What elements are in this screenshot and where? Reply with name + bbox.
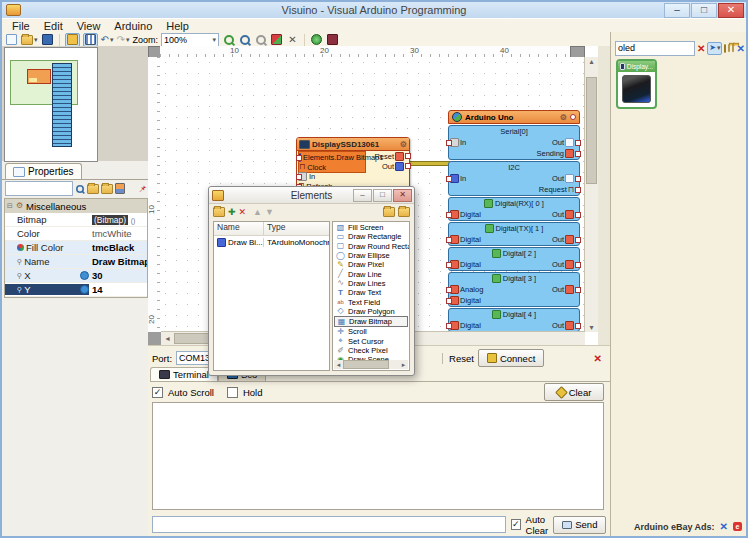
pin-label[interactable]: Analog — [460, 285, 483, 294]
pin[interactable] — [446, 262, 452, 268]
pin[interactable] — [405, 163, 411, 169]
disconnect-wrench-icon[interactable]: ✕ — [594, 353, 602, 364]
out-pin-row[interactable]: Out — [382, 161, 411, 171]
pin-icon[interactable]: 📌︎ — [138, 184, 147, 194]
arduino-header[interactable]: Arduino Uno ⚙ — [448, 110, 580, 124]
collapse-folder-icon[interactable] — [733, 44, 735, 53]
property-row-fill-color[interactable]: Fill Color tmcBlack — [5, 241, 147, 255]
pin-label[interactable]: Sending — [536, 149, 564, 158]
arduino-component[interactable]: Arduino Uno ⚙ Serial[0] In Out Sending I… — [448, 110, 580, 332]
pin-label[interactable]: In — [460, 138, 466, 147]
connect-button[interactable]: Connect — [478, 349, 544, 367]
column-type[interactable]: Type — [264, 222, 329, 235]
scroll-down-arrow[interactable]: ▾ — [585, 323, 598, 332]
zoom-in-button[interactable] — [222, 34, 235, 46]
arduino-section-digital-tx1[interactable]: Digital(TX)[ 1 ] Digital Out — [448, 222, 580, 246]
expand-all-icon[interactable] — [87, 184, 99, 194]
scroll-left-arrow[interactable]: ◂ — [161, 334, 174, 343]
pin[interactable] — [570, 114, 576, 120]
package-button[interactable] — [326, 34, 339, 46]
terminal-output[interactable] — [152, 402, 604, 510]
pin-label[interactable]: Digital — [460, 210, 481, 219]
pin[interactable] — [296, 174, 302, 180]
arduino-section-i2c[interactable]: I2C In Out Request⊓ — [448, 161, 580, 196]
pin-label[interactable]: Request — [539, 185, 567, 194]
zoom-reset-button[interactable] — [254, 34, 267, 46]
palette-item-draw-line[interactable]: ╱Draw Line — [334, 269, 408, 278]
pin-label[interactable]: Digital — [460, 260, 481, 269]
collapse-categories-icon[interactable] — [398, 207, 410, 217]
pin[interactable] — [446, 140, 452, 146]
palette-item-draw-polygon[interactable]: ◇Draw Polygon — [334, 307, 408, 316]
pin-label[interactable]: Out — [552, 138, 564, 147]
arduino-section-serial[interactable]: Serial[0] In Out Sending — [448, 125, 580, 160]
clear-button[interactable]: Clear — [544, 383, 604, 401]
maximize-button[interactable]: □ — [691, 3, 717, 18]
menu-file[interactable]: File — [6, 20, 36, 32]
tab-properties[interactable]: Properties — [5, 163, 82, 179]
element-list-row[interactable]: Draw Bi... TArduinoMonochrome... — [214, 236, 329, 248]
elements-dialog-titlebar[interactable]: Elements – □ ✕ — [209, 187, 414, 204]
palette-item-draw-rectangle[interactable]: ▭Draw Rectangle — [334, 232, 408, 241]
pin[interactable] — [575, 176, 581, 182]
ellipsis-button[interactable]: () — [131, 217, 136, 224]
move-up-icon[interactable]: ▲ — [253, 207, 262, 217]
palette-item-text-field[interactable]: abText Field — [334, 297, 408, 306]
redo-button[interactable]: ↷▾ — [117, 34, 130, 46]
pin[interactable] — [446, 176, 452, 182]
zoom-select[interactable]: 100%▾ — [161, 33, 219, 47]
column-name[interactable]: Name — [214, 222, 264, 235]
palette-item-draw-round-rectangle[interactable]: ▢Draw Round Rectangle — [334, 242, 408, 251]
pin-label[interactable]: Out — [552, 321, 564, 330]
arduino-section-digital-3[interactable]: Digital[ 3 ] Analog Out Digital — [448, 272, 580, 307]
palette-item-draw-ellipse[interactable]: ◯Draw Ellipse — [334, 251, 408, 260]
property-value[interactable]: Draw Bitmap1 — [89, 256, 147, 267]
pin-connect-icon[interactable] — [80, 285, 89, 294]
expand-categories-icon[interactable] — [383, 207, 395, 217]
categorized-view-icon[interactable] — [115, 183, 125, 194]
canvas-vertical-scrollbar[interactable]: ▴ ▾ — [584, 57, 598, 332]
reset-button[interactable]: Reset — [442, 353, 474, 364]
property-row-x[interactable]: ⚲X 30 — [5, 269, 147, 283]
pin[interactable] — [575, 151, 581, 157]
elements-list-pane[interactable]: Name Type Draw Bi... TArduinoMonochrome.… — [213, 221, 330, 371]
pin[interactable] — [575, 237, 581, 243]
property-row-name[interactable]: ⚲Name Draw Bitmap1 — [5, 255, 147, 269]
filter-button[interactable]: ➤▾ — [707, 42, 722, 55]
title-bar[interactable]: Visuino - Visual Arduino Programming – □… — [2, 2, 746, 18]
palette-item-check-pixel[interactable]: ✐Check Pixel — [334, 346, 408, 355]
dialog-minimize-button[interactable]: – — [353, 189, 372, 202]
pin[interactable] — [575, 187, 581, 193]
auto-clear-checkbox[interactable]: ✓ — [511, 519, 521, 530]
ebay-icon[interactable]: e — [733, 522, 742, 531]
undo-button[interactable]: ↶▾ — [101, 34, 114, 46]
pin-label[interactable]: Out — [552, 285, 564, 294]
pin-connect-icon[interactable] — [80, 271, 89, 280]
search-icon[interactable] — [76, 185, 84, 193]
dialog-close-button[interactable]: ✕ — [393, 189, 412, 202]
hold-checkbox[interactable] — [227, 387, 238, 398]
palette-item-draw-text[interactable]: TDraw Text — [334, 288, 408, 297]
in-row-label[interactable]: In — [309, 172, 315, 181]
move-down-icon[interactable]: ▼ — [265, 207, 274, 217]
elements-palette-pane[interactable]: ▧Fill Screen ▭Draw Rectangle ▢Draw Round… — [332, 221, 410, 371]
pin[interactable] — [446, 287, 452, 293]
delete-element-icon[interactable]: ✕ — [239, 207, 247, 217]
new-project-button[interactable] — [5, 34, 18, 46]
property-value[interactable]: 14 — [89, 284, 147, 295]
plus-icon[interactable]: ✚ — [228, 207, 236, 217]
close-button[interactable]: ✕ — [718, 3, 744, 18]
add-element-icon[interactable] — [213, 207, 225, 217]
close-ads-icon[interactable]: ✕ — [720, 521, 728, 532]
property-value[interactable]: 30 — [89, 270, 147, 281]
pin-label[interactable]: Out — [552, 174, 564, 183]
pin-label[interactable]: Digital — [460, 296, 481, 305]
palette-horizontal-scrollbar[interactable]: ◂ ▸ — [334, 360, 408, 369]
palette-item-draw-pixel[interactable]: ✎Draw Pixel — [334, 260, 408, 269]
palette-item-set-cursor[interactable]: ⌖Set Cursor — [334, 337, 408, 346]
scrollbar-thumb[interactable] — [343, 360, 389, 369]
dialog-maximize-button[interactable]: □ — [373, 189, 392, 202]
collapse-icon[interactable]: ⊟ — [7, 202, 13, 210]
collapse-all-icon[interactable] — [101, 184, 113, 194]
palette-item-scroll[interactable]: ✛Scroll — [334, 327, 408, 336]
